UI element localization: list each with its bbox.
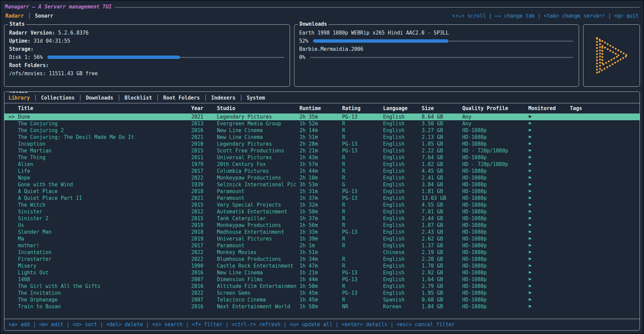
tab-root-folders[interactable]: Root Folders: [163, 95, 200, 101]
cell-studio: Monkey Movies: [217, 249, 299, 256]
table-row[interactable]: The Witch2015Very Special Projects1h 32m…: [4, 202, 640, 208]
cell-runtime: 2h 10m: [299, 174, 342, 181]
cell-size: 8.64 GB: [422, 113, 462, 120]
cell-studio: Universal Pictures: [217, 154, 299, 161]
cell-rating: R: [342, 296, 383, 303]
tab-downloads[interactable]: Downloads: [86, 95, 113, 101]
cell-tags: [570, 174, 640, 181]
table-row[interactable]: The Conjuring: The Devil Made Me Do It20…: [4, 134, 640, 141]
cell-title: Gone with the Wind: [18, 181, 191, 188]
table-row[interactable]: 14082007Dimension Films1h 44mPG-13Englis…: [4, 276, 640, 283]
cell-title: A Quiet Place: [18, 188, 191, 195]
cell-size: 7.64 GB: [422, 154, 462, 161]
download-progressbar: [313, 38, 573, 44]
disk-usage-label: Disk 1: 56%: [9, 54, 43, 60]
table-row[interactable]: The Thing2011Universal Pictures1h 43mREn…: [4, 154, 640, 161]
monitored-flag-icon: ⚑: [528, 181, 570, 188]
cell-studio: 20th Century Fox: [217, 161, 299, 168]
monitored-flag-icon: ⚑: [528, 256, 570, 263]
table-row[interactable]: =>Dune2021Legendary Pictures2h 35mPG-13E…: [4, 113, 640, 120]
cell-year: 2016: [191, 303, 217, 310]
cell-language: Chinese: [383, 249, 422, 256]
cell-tags: [570, 195, 640, 202]
movies-tabs: Library │ Collections │ Downloads │ Bloc…: [4, 92, 640, 103]
tab-separator: │: [117, 95, 120, 101]
cell-rating: R: [342, 120, 383, 127]
table-row[interactable]: Inception2010Legendary Pictures2h 28mPG-…: [4, 141, 640, 147]
tab-indexers[interactable]: Indexers: [211, 95, 236, 101]
cell-quality: HD-1080p: [462, 269, 528, 276]
table-row[interactable]: The Conjuring 22016New Line Cinema2h 14m…: [4, 127, 640, 134]
cell-quality: HD-1080p: [462, 303, 528, 310]
cell-year: 2011: [191, 154, 217, 161]
column-header-monitored: Monitored: [528, 103, 570, 113]
cell-language: English: [383, 290, 422, 296]
table-row[interactable]: A Quiet Place2018Paramount1h 31mPG-13Eng…: [4, 188, 640, 195]
cell-quality: HD-1080p: [462, 215, 528, 222]
table-row[interactable]: Ma2019Universal Pictures1h 39mREnglish2.…: [4, 235, 640, 242]
cell-year: 2017: [191, 168, 217, 174]
table-row[interactable]: Sinister2012Automatik Entertainment1h 50…: [4, 208, 640, 215]
tab-blocklist[interactable]: Blocklist: [125, 95, 152, 101]
cell-runtime: 2h 28m: [299, 141, 342, 147]
top-keybindings: <↑↓> scroll | ←→ change tab | <tab> chan…: [452, 13, 639, 19]
cell-quality: HD-1080p: [462, 296, 528, 303]
cell-language: English: [383, 235, 422, 242]
stats-panel: Stats Radarr Version: 5.2.6.8376 Uptime:…: [4, 24, 290, 87]
tab-sonarr[interactable]: Sonarr: [35, 13, 53, 19]
table-row[interactable]: Incantation2022Monkey Movies1h 51mChines…: [4, 249, 640, 256]
cell-size: 1.87 GB: [422, 222, 462, 229]
download-item-name: Barbie.Mermaidia.2006: [299, 45, 574, 53]
table-row[interactable]: Sinister 22015Tank Caterpillar1h 37mREng…: [4, 215, 640, 222]
tab-radarr[interactable]: Radarr: [5, 13, 24, 19]
table-row[interactable]: Alien197920th Century Fox1h 57mREnglish1…: [4, 161, 640, 168]
monitored-flag-icon: ⚑: [528, 263, 570, 269]
cell-runtime: 1h 45m: [299, 290, 342, 296]
cell-language: English: [383, 195, 422, 202]
cell-runtime: 1h 31m: [299, 188, 342, 195]
table-row[interactable]: Gone with the Wind1939Selznick Internati…: [4, 181, 640, 188]
monitored-flag-icon: ⚑: [528, 296, 570, 303]
cell-year: 2021: [191, 113, 217, 120]
app-title: Managarr – A Servarr management TUI: [4, 4, 115, 10]
cell-studio: Castle Rock Entertainment: [217, 263, 299, 269]
table-row[interactable]: Train to Busan2016Next Entertainment Wor…: [4, 303, 640, 310]
monitored-flag-icon: ⚑: [528, 174, 570, 181]
cell-runtime: 1h 58m: [299, 303, 342, 310]
monitored-flag-icon: ⚑: [528, 120, 570, 127]
table-row[interactable]: The Girl with All the Gifts2016Altitude …: [4, 283, 640, 290]
table-row[interactable]: Lights Out2016New Line Cinema1h 21mPG-13…: [4, 269, 640, 276]
table-row[interactable]: The Conjuring2013Evergreen Media Group1h…: [4, 120, 640, 127]
table-row[interactable]: The Martian2015Scott Free Productions2h …: [4, 147, 640, 154]
cell-studio: Scott Free Productions: [217, 147, 299, 154]
table-row[interactable]: The Invitation2022Screen Gems1h 45mPG-13…: [4, 290, 640, 296]
cell-size: 1.82 GB: [422, 161, 462, 168]
table-row[interactable]: mother!2017Paramount2h 1mREnglish1.37 GB…: [4, 242, 640, 249]
table-row[interactable]: Misery1990Castle Rock Entertainment1h 47…: [4, 263, 640, 269]
cell-year: 2022: [191, 249, 217, 256]
progress-track: [310, 57, 573, 58]
cell-studio: Altitude Film Entertainmen: [217, 283, 299, 290]
selection-arrow: [8, 249, 18, 256]
monitored-flag-icon: ⚑: [528, 222, 570, 229]
cell-rating: PG-13: [342, 113, 383, 120]
uptime-value: 31d 04:31:55: [34, 38, 70, 44]
tab-collections[interactable]: Collections: [41, 95, 74, 101]
tab-system[interactable]: System: [247, 95, 265, 101]
table-row[interactable]: Life2017Columbia Pictures1h 44mREnglish4…: [4, 168, 640, 174]
table-row[interactable]: Nope2022Monkeypaw Productions2h 10mREngl…: [4, 174, 640, 181]
cell-size: 2.41 GB: [422, 174, 462, 181]
table-row[interactable]: Us2019Monkeypaw Productions1h 56mREnglis…: [4, 222, 640, 229]
cell-year: 2010: [191, 141, 217, 147]
cell-quality: HD-1080p: [462, 202, 528, 208]
tab-library[interactable]: Library: [8, 95, 30, 101]
cell-rating: PG-13: [342, 141, 383, 147]
table-row[interactable]: A Quiet Place Part II2021Paramount1h 37m…: [4, 195, 640, 202]
cell-tags: [570, 181, 640, 188]
table-row[interactable]: The Orphanage2007Telecinco Cinema1h 45mR…: [4, 296, 640, 303]
cell-runtime: 1h 52m: [299, 120, 342, 127]
table-row[interactable]: Slender Man2018Madhouse Entertainment1h …: [4, 229, 640, 235]
cell-runtime: 1h 51m: [299, 249, 342, 256]
cell-title: The Girl with All the Gifts: [18, 283, 191, 290]
table-row[interactable]: Firestarter2022Blumhouse Productions1h 3…: [4, 256, 640, 263]
